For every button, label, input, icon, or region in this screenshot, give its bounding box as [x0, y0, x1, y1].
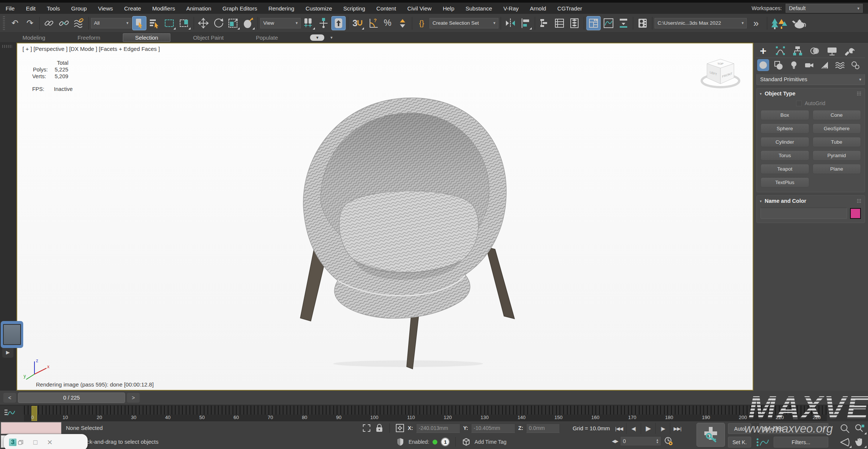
- object-type-rollout-header[interactable]: ▾ Object Type: [757, 88, 865, 99]
- menu-item[interactable]: Modifiers: [147, 3, 181, 14]
- toggle-layer-explorer-button[interactable]: [552, 16, 567, 30]
- select-and-move-button[interactable]: [196, 16, 210, 30]
- autogrid-checkbox[interactable]: [796, 101, 802, 106]
- perspective-viewport[interactable]: [ + ] [Perspective ] [DX Mode ] [Facets …: [16, 43, 753, 391]
- object-color-swatch[interactable]: [850, 208, 861, 219]
- motion-tab[interactable]: [809, 45, 821, 57]
- go-to-start-button[interactable]: |◀◀: [612, 423, 626, 434]
- toggle-ribbon-button[interactable]: [586, 16, 601, 30]
- ribbon-minimize-control[interactable]: ▼ ▾: [310, 34, 333, 41]
- current-frame-spinner[interactable]: 0 ▲▼: [620, 436, 661, 446]
- select-and-scale-button[interactable]: [226, 16, 240, 30]
- toolbar-drag-handle[interactable]: [3, 16, 5, 30]
- x-coord-field[interactable]: -240.013mm: [416, 424, 460, 433]
- zoom-all-icon[interactable]: [852, 422, 867, 435]
- use-pivot-point-center-button[interactable]: [301, 16, 316, 30]
- menu-item[interactable]: Help: [437, 3, 460, 14]
- hierarchy-tab[interactable]: [792, 45, 804, 57]
- align-button[interactable]: [518, 16, 532, 30]
- key-mode-toggle[interactable]: ◀▶: [612, 439, 618, 444]
- menu-item[interactable]: Edit: [20, 3, 41, 14]
- unlink-selection-icon[interactable]: [57, 16, 71, 30]
- menu-item[interactable]: Rendering: [263, 3, 300, 14]
- go-to-end-button[interactable]: ▶▶|: [670, 423, 685, 434]
- viewport-layout-tab[interactable]: [1, 321, 23, 348]
- primitive-button[interactable]: Teapot: [761, 164, 809, 174]
- set-keys-button[interactable]: [696, 423, 725, 447]
- absolute-mode-transform-icon[interactable]: [395, 423, 405, 433]
- close-icon[interactable]: ×: [47, 437, 52, 448]
- geometry-category[interactable]: [757, 59, 769, 71]
- previous-frame-button[interactable]: <: [3, 393, 16, 403]
- utilities-tab[interactable]: [843, 45, 855, 57]
- snaps-toggle-3d[interactable]: 3: [350, 16, 365, 30]
- material-editor-button[interactable]: [635, 16, 650, 30]
- primitive-button[interactable]: GeoSphere: [813, 123, 861, 134]
- mirror-button[interactable]: [503, 16, 518, 30]
- z-coord-field[interactable]: 0.0mm: [526, 424, 560, 433]
- restore-window-icon[interactable]: □: [33, 439, 37, 446]
- selection-filter-dropdown[interactable]: All▾: [91, 18, 131, 28]
- menu-item[interactable]: Tools: [41, 3, 66, 14]
- pan-hand-icon[interactable]: [852, 436, 867, 449]
- viewport-header-label[interactable]: [ + ] [Perspective ] [DX Mode ] [Facets …: [22, 46, 160, 52]
- redo-icon[interactable]: ↷: [23, 16, 37, 30]
- menu-item[interactable]: Substance: [460, 3, 498, 14]
- menu-item[interactable]: Civil View: [402, 3, 437, 14]
- select-and-place-button[interactable]: [241, 16, 255, 30]
- select-and-manipulate-button[interactable]: [316, 16, 331, 30]
- primitive-button[interactable]: Cone: [813, 110, 861, 120]
- previous-frame-playback-button[interactable]: ◀|: [626, 423, 641, 434]
- chevron-down-icon[interactable]: ▾: [330, 35, 333, 40]
- copy-icon[interactable]: [18, 439, 24, 445]
- bind-to-space-warp-icon[interactable]: [72, 16, 86, 30]
- field-of-view-icon[interactable]: [837, 436, 852, 449]
- ribbon-tab[interactable]: Freeform: [68, 34, 110, 42]
- curve-editor-button[interactable]: [601, 16, 616, 30]
- menu-item[interactable]: Create: [119, 3, 147, 14]
- render-setup-teapot-icon[interactable]: [790, 16, 809, 30]
- window-crossing-toggle[interactable]: [177, 16, 191, 30]
- primitive-button[interactable]: Cylinder: [761, 137, 809, 147]
- ribbon-collapse-pill[interactable]: ▼: [310, 34, 324, 41]
- time-configuration-icon[interactable]: [664, 436, 673, 446]
- percent-snap-toggle[interactable]: %: [380, 16, 395, 30]
- named-selection-sets-dropdown[interactable]: Create Selection Set▾: [430, 18, 498, 28]
- primitive-button[interactable]: Sphere: [761, 123, 809, 134]
- set-key-button[interactable]: Set K.: [728, 437, 751, 448]
- shield-icon[interactable]: [395, 437, 405, 447]
- primitive-button[interactable]: Tube: [813, 137, 861, 147]
- menu-item[interactable]: File: [0, 3, 20, 14]
- select-and-link-icon[interactable]: [42, 16, 56, 30]
- primitive-button[interactable]: Box: [761, 110, 809, 120]
- primitive-button[interactable]: Torus: [761, 150, 809, 161]
- shapes-category[interactable]: [773, 59, 784, 71]
- auto-key-button[interactable]: Auto: [728, 423, 751, 434]
- object-name-field[interactable]: [761, 208, 847, 219]
- toolbar-overflow-button[interactable]: »: [747, 16, 765, 30]
- zoom-icon[interactable]: [837, 422, 852, 435]
- space-warps-category[interactable]: [834, 59, 846, 71]
- ribbon-tab[interactable]: Modeling: [13, 34, 55, 42]
- menu-item[interactable]: Animation: [180, 3, 217, 14]
- primitive-button[interactable]: Plane: [813, 164, 861, 174]
- add-time-tag-button[interactable]: Add Time Tag: [474, 439, 506, 445]
- play-button[interactable]: ▶: [641, 423, 656, 434]
- toggle-scene-explorer-button[interactable]: [537, 16, 552, 30]
- time-slider-handle[interactable]: 0 / 225: [18, 393, 125, 403]
- y-coord-field[interactable]: -10.405mm: [471, 424, 515, 433]
- selection-set-keys-dropdown[interactable]: Selected ▾: [759, 423, 828, 434]
- viewcube[interactable]: TOP LEFT FRONT: [699, 54, 742, 94]
- lights-category[interactable]: [788, 59, 800, 71]
- name-color-rollout-header[interactable]: ▾ Name and Color: [757, 196, 865, 206]
- create-tab[interactable]: +: [757, 45, 769, 57]
- primitive-button[interactable]: Pyramid: [813, 150, 861, 161]
- select-object-button[interactable]: [132, 16, 146, 30]
- selection-lock-icon[interactable]: [374, 423, 384, 433]
- keyboard-shortcut-override-toggle[interactable]: [331, 16, 346, 30]
- next-frame-playback-button[interactable]: |▶: [656, 423, 670, 434]
- rectangular-selection-region-button[interactable]: [162, 16, 176, 30]
- spinner-snap-toggle[interactable]: [395, 16, 410, 30]
- ribbon-tab[interactable]: Object Paint: [183, 34, 233, 42]
- helpers-category[interactable]: [819, 59, 831, 71]
